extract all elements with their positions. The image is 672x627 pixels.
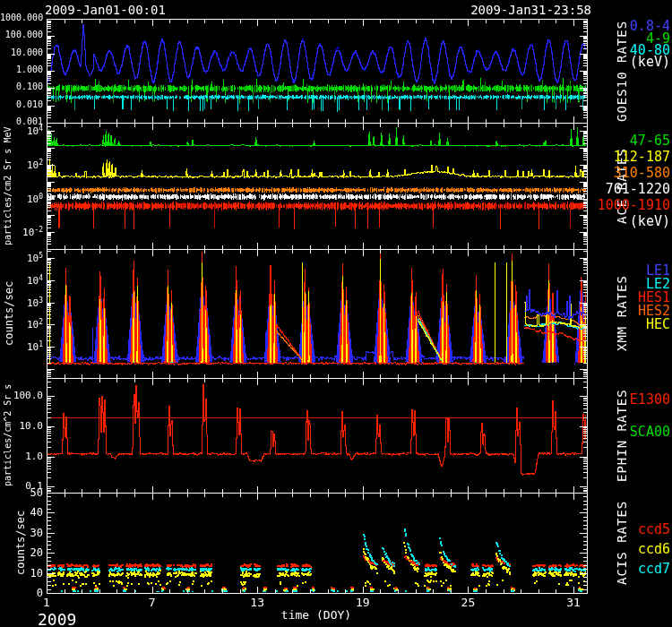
x-tick-label: 25 bbox=[454, 596, 481, 609]
x-axis-label: time (DOY) bbox=[263, 608, 370, 622]
legend-112-187: 112-187 bbox=[614, 149, 670, 165]
y-tick-label: 102 bbox=[0, 159, 43, 171]
x-tick-label: 31 bbox=[560, 596, 587, 609]
y-tick-label: 1.000 bbox=[0, 64, 43, 74]
y-axis-label-xmm: counts/sec bbox=[3, 249, 14, 378]
y-tick-label: 10.0 bbox=[0, 420, 43, 432]
panel-title-xmm: XMM RATES bbox=[615, 249, 632, 378]
x-tick-label: 13 bbox=[244, 596, 271, 609]
y-tick-label: 20 bbox=[0, 546, 43, 559]
legend-ccd5: ccd5 bbox=[638, 521, 670, 537]
y-tick-label: 105 bbox=[0, 252, 43, 264]
legend-310-580: 310-580 bbox=[614, 165, 670, 181]
y-tick-label: 100.000 bbox=[0, 30, 43, 39]
y-tick-label: 100.0 bbox=[0, 390, 43, 401]
radiation-environment-plot: 2009-Jan01-00:01 2009-Jan31-23:58 GOES10… bbox=[0, 0, 672, 627]
y-tick-label: 10-2 bbox=[0, 226, 43, 238]
x-tick-label: 1 bbox=[33, 596, 60, 609]
x-axis-year: 2009 bbox=[38, 610, 76, 627]
plot-canvas bbox=[0, 0, 672, 627]
legend-ccd6: ccd6 bbox=[638, 541, 670, 557]
plot-start-datetime: 2009-Jan01-00:01 bbox=[45, 3, 166, 17]
y-tick-label: 103 bbox=[0, 296, 43, 309]
y-tick-label: 102 bbox=[0, 318, 43, 331]
y-tick-label: 50 bbox=[0, 486, 43, 499]
x-tick-label: 19 bbox=[349, 596, 376, 609]
legend-1060-1910: 1060-1910 bbox=[598, 197, 670, 213]
y-tick-label: 1.0 bbox=[0, 451, 43, 462]
y-tick-label: 104 bbox=[0, 125, 43, 137]
legend--kev-: (keV) bbox=[630, 54, 670, 70]
y-tick-label: 10 bbox=[0, 567, 43, 580]
y-tick-label: 100 bbox=[0, 193, 43, 205]
y-tick-label: 10.000 bbox=[0, 47, 43, 57]
legend-e1300: E1300 bbox=[630, 391, 670, 408]
plot-end-datetime: 2009-Jan31-23:58 bbox=[470, 3, 591, 17]
y-tick-label: 104 bbox=[0, 274, 43, 287]
panel-title-acis: ACIS RATES bbox=[615, 493, 632, 593]
y-tick-label: 30 bbox=[0, 527, 43, 539]
legend-hec: HEC bbox=[646, 316, 670, 332]
legend-sca00: SCA00 bbox=[630, 424, 670, 440]
y-tick-label: 1000.000 bbox=[0, 13, 43, 22]
panel-title-goes10: GOES10 RATES bbox=[615, 19, 632, 123]
x-tick-label: 7 bbox=[139, 596, 166, 609]
legend-761-1220: 761-1220 bbox=[606, 181, 670, 197]
y-tick-label: 101 bbox=[0, 340, 43, 353]
y-tick-label: 0.010 bbox=[0, 99, 43, 109]
legend-ccd7: ccd7 bbox=[638, 561, 670, 577]
legend-47-65: 47-65 bbox=[630, 133, 670, 149]
legend--kev-: (keV) bbox=[630, 213, 670, 229]
y-tick-label: 40 bbox=[0, 506, 43, 519]
y-tick-label: 0.100 bbox=[0, 82, 43, 91]
